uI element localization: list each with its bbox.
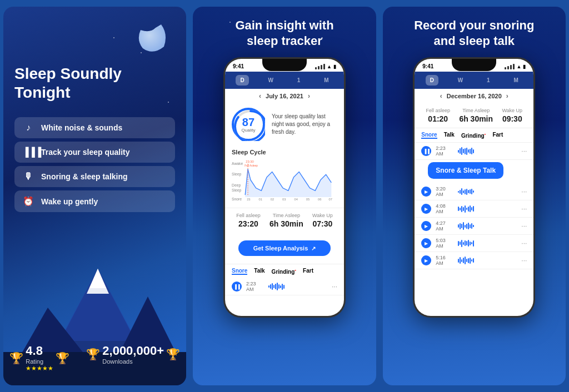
tab3-1[interactable]: 1 [482, 75, 495, 86]
alarm-icon: ⏰ [22, 196, 34, 207]
svg-text:Sleep: Sleep [232, 188, 242, 193]
feature-white-noise: ♪ White noise & sounds [14, 117, 175, 138]
svg-text:Awake: Awake [232, 162, 243, 165]
svg-text:23:30: 23:30 [246, 160, 254, 163]
wifi-icon: ▲ [327, 64, 332, 69]
tab3-w[interactable]: W [453, 75, 467, 86]
signal-icon-3 [505, 64, 515, 69]
dots-3[interactable]: ··· [521, 205, 527, 213]
dots-4[interactable]: ··· [521, 222, 527, 230]
sleep-chart: Awake Sleep Deep Sleep Snore 23 01 02 03… [232, 158, 337, 202]
music-icon: ♪ [22, 123, 34, 133]
waveform-rec-6 [458, 256, 517, 265]
wake-up-stat: Wake Up 07:30 [312, 213, 333, 228]
more-dots[interactable]: ··· [332, 283, 337, 290]
play-btn-6[interactable]: ▶ [421, 255, 431, 265]
snore-tab[interactable]: Snore [232, 268, 247, 275]
svg-text:Sleep: Sleep [232, 172, 242, 177]
recording-row-1: ▐▐ 2:23 AM ··· [225, 278, 344, 295]
hero-title: Sleep Soundly Tonight [14, 64, 175, 102]
panel2-heading: Gain insight with sleep tracker [235, 18, 333, 48]
date-navigator-3: ‹ December 16, 2020 › [415, 89, 533, 103]
phone-mockup-3: 9:41 ▲ ▮ D W 1 M [413, 57, 535, 318]
waveform-rec-3 [458, 204, 517, 213]
svg-text:02: 02 [271, 198, 274, 201]
dots-2[interactable]: ··· [521, 188, 527, 195]
svg-text:23: 23 [247, 198, 250, 201]
prev-arrow-icon[interactable]: ‹ [259, 92, 261, 100]
downloads-badge: 🏆 2,000,000+ Downloads 🏆 [86, 344, 180, 372]
rec-row-4: ▶ 4:27 AM ··· [415, 218, 533, 235]
dots-1[interactable]: ··· [521, 147, 527, 155]
signal-icon [315, 64, 325, 69]
feature-snoring: 🎙 Snoring & sleep talking [14, 166, 175, 187]
mic-icon: 🎙 [22, 172, 34, 182]
snore-popup: Snore & Sleep Talk [428, 162, 503, 179]
phone-screen: D W 1 M ‹ July 16, 2021 › [225, 72, 344, 316]
feature-list: ♪ White noise & sounds ▐▐▐ Track your sl… [14, 117, 175, 344]
feature-sleep-quality: ▐▐▐ Track your sleep quality [14, 142, 175, 163]
talk-tab[interactable]: Talk [254, 268, 264, 275]
waveform-rec-5 [458, 239, 517, 248]
play-btn-3[interactable]: ▶ [421, 204, 431, 214]
rec-row-5: ▶ 5:03 AM ··· [415, 235, 533, 252]
bottom-snore-tabs: Snore Talk Grinding• Fart [225, 264, 344, 278]
rating-section: 🏆 4.8 Rating ★★★★★ 🏆 🏆 2,000,000+ [14, 344, 175, 376]
svg-text:04: 04 [294, 198, 298, 201]
sleep-quality-row: 87 Quality Your sleep quality last night… [225, 103, 344, 145]
next-arrow-icon-3[interactable]: › [506, 92, 508, 100]
play-btn-2[interactable]: ▶ [421, 187, 431, 197]
snore-type-fart[interactable]: Fart [492, 132, 503, 139]
fell-asleep-stat-3: Fell asleep 01:20 [426, 108, 450, 123]
tab-m[interactable]: M [320, 75, 333, 86]
rec-row-3: ▶ 4:08 AM ··· [415, 200, 533, 218]
play-btn-5[interactable]: ▶ [421, 238, 431, 248]
rating-badge: 🏆 4.8 Rating ★★★★★ 🏆 [9, 344, 69, 372]
sleep-stats: Fell asleep 23:20 Time Asleep 6h 30min W… [225, 208, 344, 233]
dots-5[interactable]: ··· [521, 239, 527, 247]
phone-tabs-3: D W 1 M [415, 72, 533, 89]
next-arrow-icon[interactable]: › [308, 92, 310, 100]
waveform-rec-2 [458, 187, 517, 196]
phone-tabs: D W 1 M [225, 72, 344, 89]
svg-text:Snore: Snore [232, 197, 242, 201]
dots-6[interactable]: ··· [521, 257, 527, 264]
trophy-right-icon: 🏆 [166, 348, 180, 361]
svg-text:03: 03 [282, 198, 286, 201]
chart-icon: ▐▐▐ [22, 147, 34, 157]
quality-circle: 87 Quality [232, 108, 265, 141]
tab-1[interactable]: 1 [293, 75, 305, 86]
wake-up-stat-3: Wake Up 09:30 [502, 108, 522, 123]
tab-w[interactable]: W [263, 75, 277, 86]
svg-text:Deep: Deep [232, 183, 241, 188]
phone-notch [262, 59, 307, 71]
stars-row: ★★★★★ [26, 365, 53, 372]
svg-text:01: 01 [258, 198, 262, 201]
tab3-d[interactable]: D [426, 75, 438, 86]
rec-row-6: ▶ 5:16 AM ··· [415, 252, 533, 269]
grinding-tab[interactable]: Grinding• [272, 268, 296, 275]
svg-text:06: 06 [318, 198, 321, 201]
panel-sleep-tracker: Gain insight with sleep tracker 9:41 ▲ ▮ [193, 7, 376, 385]
play-btn-1[interactable]: ▐▐ [421, 146, 431, 156]
time-asleep-stat-3: Time Asleep 6h 30min [459, 108, 493, 123]
play-btn-4[interactable]: ▶ [421, 221, 431, 231]
prev-arrow-icon-3[interactable]: ‹ [440, 92, 442, 100]
snore-type-grinding[interactable]: Grinding• [461, 132, 486, 139]
battery-icon-3: ▮ [523, 64, 526, 69]
snore-type-talk[interactable]: Talk [444, 132, 455, 139]
svg-text:07: 07 [328, 198, 332, 201]
panel3-heading: Record your snoring and sleep talk [414, 18, 534, 48]
tab3-m[interactable]: M [510, 75, 523, 86]
fell-asleep-stat: Fell asleep 23:20 [236, 213, 261, 228]
get-analysis-button[interactable]: Get Sleep Analysis ↗ [238, 240, 331, 256]
snore-type-snore[interactable]: Snore [421, 132, 437, 139]
sleep-cycle-section: Sleep Cycle Awake Sleep Deep Sleep Snore… [225, 145, 344, 208]
phone-notch-3 [452, 59, 496, 71]
play-button-1[interactable]: ▐▐ [232, 282, 242, 292]
waveform-1 [268, 282, 327, 291]
phone-screen-3: D W 1 M ‹ December 16, 2020 › Fell aslee… [415, 72, 533, 316]
tab-d[interactable]: D [236, 75, 248, 86]
panel-snoring: Record your snoring and sleep talk 9:41 … [383, 7, 566, 385]
fart-tab[interactable]: Fart [303, 268, 313, 275]
